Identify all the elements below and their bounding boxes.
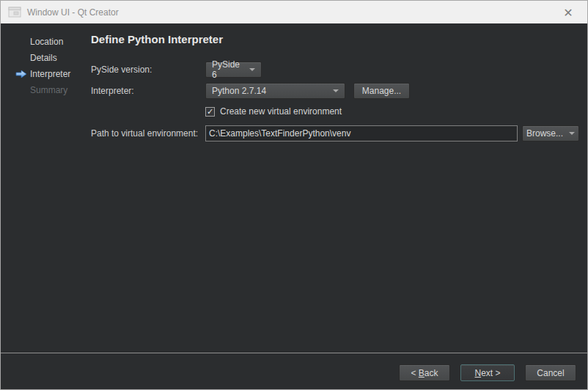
back-button-label: < Back (411, 368, 438, 378)
step-label: Interpreter (30, 69, 70, 79)
sidebar-item-location: Location (30, 34, 63, 50)
interpreter-value: Python 2.7.14 (212, 86, 266, 96)
pyside-version-dropdown[interactable]: PySide 6 (205, 62, 262, 78)
next-button[interactable]: Next > (460, 364, 515, 381)
pyside-version-value: PySide 6 (212, 59, 243, 80)
interpreter-dropdown[interactable]: Python 2.7.14 (205, 83, 345, 99)
browse-button[interactable]: Browse... (522, 125, 579, 141)
current-step-arrow-icon (15, 70, 27, 78)
manage-button[interactable]: Manage... (353, 83, 410, 99)
venv-checkbox-label[interactable]: Create new virtual environment (220, 106, 342, 117)
back-button[interactable]: < Back (399, 364, 450, 381)
close-icon: ✕ (563, 6, 573, 20)
check-icon: ✓ (207, 108, 213, 116)
cancel-button-label: Cancel (537, 368, 564, 378)
venv-checkbox-row: ✓ Create new virtual environment (205, 105, 342, 118)
chevron-down-icon (249, 68, 255, 71)
sidebar-item-details: Details (30, 50, 57, 66)
step-label: Details (30, 53, 57, 63)
titlebar: Window UI - Qt Creator ✕ (1, 1, 587, 23)
sidebar-item-interpreter: Interpreter (30, 66, 70, 82)
browse-button-label: Browse... (526, 128, 563, 139)
venv-path-label: Path to virtual environment: (91, 125, 198, 141)
sidebar-item-summary: Summary (30, 82, 67, 98)
manage-button-label: Manage... (362, 86, 401, 96)
cancel-button[interactable]: Cancel (525, 364, 576, 381)
next-button-label: Next > (474, 368, 500, 378)
wizard-content: Location Details Interpreter Summary Def… (1, 23, 587, 389)
wizard-window: Window UI - Qt Creator ✕ Location Detail… (0, 0, 588, 390)
window-title: Window UI - Qt Creator (27, 7, 119, 18)
interpreter-label: Interpreter: (91, 83, 134, 99)
pyside-version-label: PySide version: (91, 62, 152, 78)
step-label: Summary (30, 85, 67, 95)
chevron-down-icon (569, 132, 575, 135)
venv-checkbox[interactable]: ✓ (205, 107, 215, 117)
footer-separator (1, 353, 587, 353)
step-label: Location (30, 37, 63, 47)
chevron-down-icon (333, 89, 339, 92)
page-title: Define Python Interpreter (91, 33, 223, 45)
close-button[interactable]: ✕ (559, 4, 577, 21)
venv-path-input[interactable] (205, 125, 518, 141)
app-window-icon (8, 7, 21, 18)
